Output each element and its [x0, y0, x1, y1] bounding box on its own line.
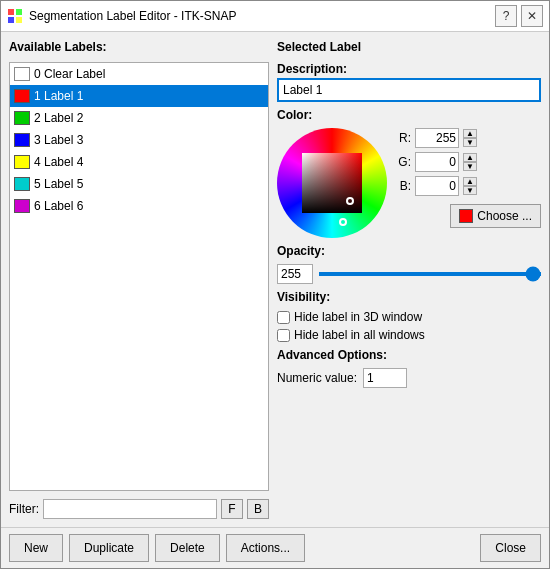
label-text: 6 Label 6 [34, 199, 83, 213]
filter-input[interactable] [43, 499, 217, 519]
label-item[interactable]: 6 Label 6 [10, 195, 268, 217]
selected-label-title: Selected Label [277, 40, 541, 54]
right-panel: Selected Label Description: Color: [277, 40, 541, 519]
r-down-button[interactable]: ▼ [463, 138, 477, 147]
description-input[interactable] [277, 78, 541, 102]
g-row: G: ▲ ▼ [395, 152, 541, 172]
opacity-slider[interactable] [319, 272, 541, 276]
filter-f-button[interactable]: F [221, 499, 243, 519]
left-panel: Available Labels: 0 Clear Label1 Label 1… [9, 40, 269, 519]
label-color-swatch [14, 177, 30, 191]
g-label: G: [395, 155, 411, 169]
help-button[interactable]: ? [495, 5, 517, 27]
r-label: R: [395, 131, 411, 145]
label-item[interactable]: 1 Label 1 [10, 85, 268, 107]
b-input[interactable] [415, 176, 459, 196]
color-title: Color: [277, 108, 541, 122]
hide-3d-row: Hide label in 3D window [277, 310, 541, 324]
r-input[interactable] [415, 128, 459, 148]
label-color-swatch [14, 67, 30, 81]
r-spinner: ▲ ▼ [463, 129, 477, 147]
label-text: 1 Label 1 [34, 89, 83, 103]
numeric-label: Numeric value: [277, 371, 357, 385]
svg-rect-0 [8, 9, 14, 15]
actions-button[interactable]: Actions... [226, 534, 305, 562]
description-section: Description: [277, 62, 541, 102]
label-text: 2 Label 2 [34, 111, 83, 125]
b-down-button[interactable]: ▼ [463, 186, 477, 195]
advanced-section: Advanced Options: Numeric value: [277, 348, 541, 388]
opacity-section: Opacity: [277, 244, 541, 284]
svg-rect-2 [8, 17, 14, 23]
label-text: 5 Label 5 [34, 177, 83, 191]
hide-all-checkbox[interactable] [277, 329, 290, 342]
hide-3d-checkbox[interactable] [277, 311, 290, 324]
advanced-title: Advanced Options: [277, 348, 541, 362]
window-title: Segmentation Label Editor - ITK-SNAP [29, 9, 495, 23]
label-list[interactable]: 0 Clear Label1 Label 12 Label 23 Label 3… [9, 62, 269, 491]
app-icon [7, 8, 23, 24]
label-color-swatch [14, 199, 30, 213]
main-content: Available Labels: 0 Clear Label1 Label 1… [1, 32, 549, 527]
filter-row: Filter: F B [9, 499, 269, 519]
description-title: Description: [277, 62, 541, 76]
main-window: Segmentation Label Editor - ITK-SNAP ? ✕… [0, 0, 550, 569]
opacity-input[interactable] [277, 264, 313, 284]
visibility-title: Visibility: [277, 290, 541, 304]
hide-3d-label: Hide label in 3D window [294, 310, 422, 324]
opacity-row [277, 264, 541, 284]
color-row: R: ▲ ▼ G: ▲ ▼ [277, 128, 541, 238]
svg-rect-1 [16, 9, 22, 15]
choose-button[interactable]: Choose ... [450, 204, 541, 228]
choose-color-preview [459, 209, 473, 223]
g-input[interactable] [415, 152, 459, 172]
numeric-input[interactable] [363, 368, 407, 388]
r-up-button[interactable]: ▲ [463, 129, 477, 138]
label-text: 3 Label 3 [34, 133, 83, 147]
label-color-swatch [14, 155, 30, 169]
color-square[interactable] [302, 153, 362, 213]
g-down-button[interactable]: ▼ [463, 162, 477, 171]
close-button[interactable]: Close [480, 534, 541, 562]
color-section: Color: [277, 108, 541, 238]
color-square-cursor [346, 197, 354, 205]
label-item[interactable]: 2 Label 2 [10, 107, 268, 129]
window-controls: ? ✕ [495, 5, 543, 27]
close-window-button[interactable]: ✕ [521, 5, 543, 27]
color-wheel[interactable] [277, 128, 387, 238]
b-up-button[interactable]: ▲ [463, 177, 477, 186]
color-wheel-cursor [339, 218, 347, 226]
rgb-panel: R: ▲ ▼ G: ▲ ▼ [395, 128, 541, 228]
label-text: 4 Label 4 [34, 155, 83, 169]
g-spinner: ▲ ▼ [463, 153, 477, 171]
b-spinner: ▲ ▼ [463, 177, 477, 195]
g-up-button[interactable]: ▲ [463, 153, 477, 162]
duplicate-button[interactable]: Duplicate [69, 534, 149, 562]
filter-label: Filter: [9, 502, 39, 516]
title-bar: Segmentation Label Editor - ITK-SNAP ? ✕ [1, 1, 549, 32]
b-label: B: [395, 179, 411, 193]
opacity-title: Opacity: [277, 244, 541, 258]
filter-b-button[interactable]: B [247, 499, 269, 519]
color-wheel-container[interactable] [277, 128, 387, 238]
label-color-swatch [14, 89, 30, 103]
label-item[interactable]: 0 Clear Label [10, 63, 268, 85]
r-row: R: ▲ ▼ [395, 128, 541, 148]
label-color-swatch [14, 133, 30, 147]
available-labels-title: Available Labels: [9, 40, 269, 54]
new-button[interactable]: New [9, 534, 63, 562]
hide-all-label: Hide label in all windows [294, 328, 425, 342]
b-row: B: ▲ ▼ [395, 176, 541, 196]
delete-button[interactable]: Delete [155, 534, 220, 562]
label-item[interactable]: 3 Label 3 [10, 129, 268, 151]
label-item[interactable]: 4 Label 4 [10, 151, 268, 173]
label-text: 0 Clear Label [34, 67, 105, 81]
svg-rect-3 [16, 17, 22, 23]
color-square-container[interactable] [302, 153, 362, 213]
label-color-swatch [14, 111, 30, 125]
label-item[interactable]: 5 Label 5 [10, 173, 268, 195]
choose-button-label: Choose ... [477, 209, 532, 223]
bottom-bar: New Duplicate Delete Actions... Close [1, 527, 549, 568]
numeric-row: Numeric value: [277, 368, 541, 388]
hide-all-row: Hide label in all windows [277, 328, 541, 342]
